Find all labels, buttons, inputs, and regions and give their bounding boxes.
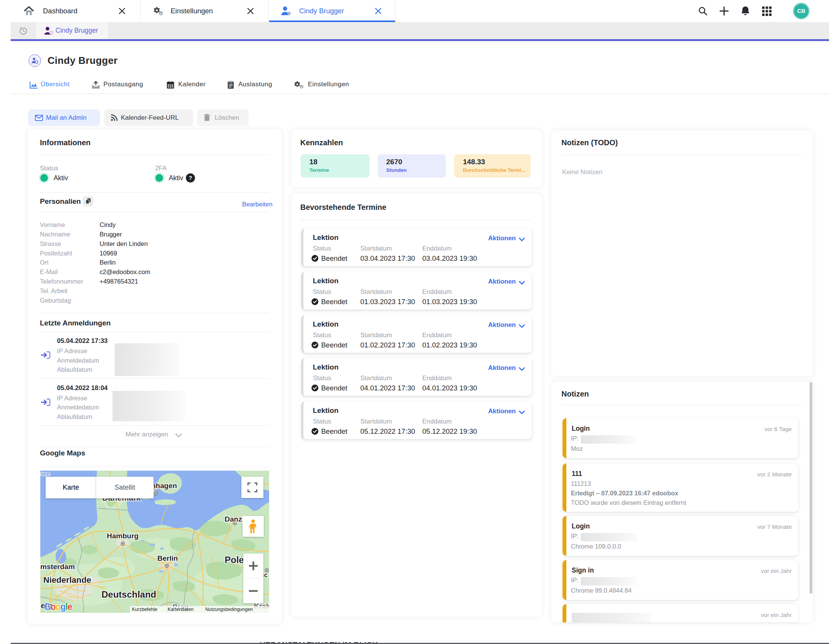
svg-text:Deutschland: Deutschland xyxy=(101,589,156,600)
svg-text:nhagen: nhagen xyxy=(151,482,177,490)
svg-text:Berlin: Berlin xyxy=(157,554,178,562)
svg-text:see: see xyxy=(40,471,50,477)
svg-text:Niederlande: Niederlande xyxy=(43,575,91,585)
svg-text:msterdam: msterdam xyxy=(40,563,75,571)
svg-text:Hamburg: Hamburg xyxy=(107,532,138,540)
